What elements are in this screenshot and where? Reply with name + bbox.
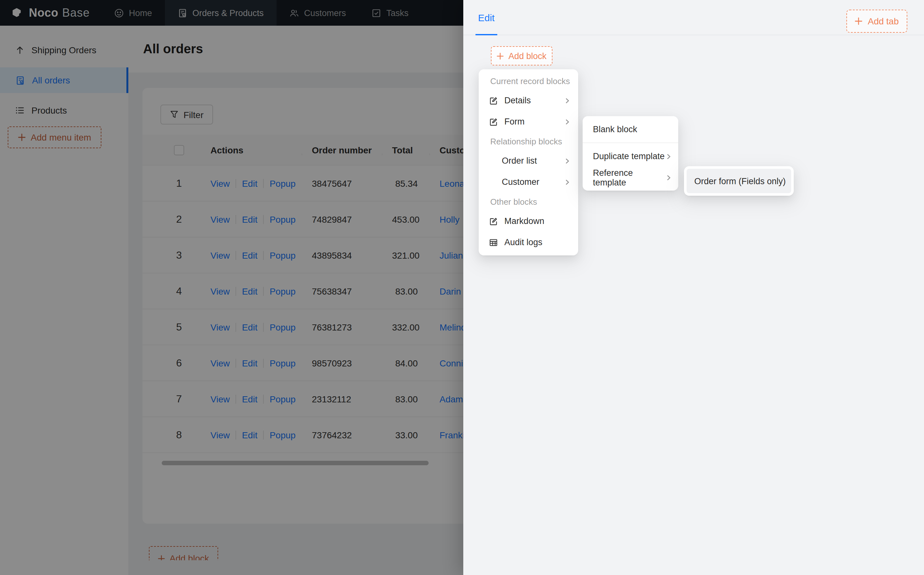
menu-group-other: Other blocks [479,192,578,211]
add-block-label: Add block [508,51,547,60]
add-block-menu: Current record blocks Details [479,69,578,256]
menu-item-audit-logs[interactable]: Audit logs [479,232,578,253]
menu-item-details[interactable]: Details [479,90,578,111]
menu-item-label: Form [504,117,564,126]
drawer-tab-bar: Edit Add tab [463,0,924,35]
add-tab-label: Add tab [868,16,899,26]
form-submenu: Blank block Duplicate template Reference… [583,116,678,191]
menu-item-customer[interactable]: Customer [479,172,578,192]
submenu-item-order-form-fields-only[interactable]: Order form (Fields only) [687,169,791,193]
plus-icon [497,52,504,59]
form-icon [489,96,498,105]
submenu-item-label: Reference template [593,168,665,187]
chevron-right-icon [564,179,570,185]
menu-item-label: Order list [502,156,564,165]
menu-group-relationship: Relationship blocks [479,132,578,150]
submenu-item-duplicate-template[interactable]: Duplicate template [583,146,678,167]
table-icon [489,238,498,247]
chevron-right-icon [564,97,570,104]
chevron-right-icon [665,174,672,181]
menu-item-label: Markdown [504,216,570,226]
form-icon [489,117,498,126]
menu-divider [583,143,678,143]
menu-item-markdown[interactable]: Markdown [479,211,578,232]
menu-group-current-record: Current record blocks [479,72,578,90]
tab-edit[interactable]: Edit [478,0,495,35]
menu-item-order-list[interactable]: Order list [479,150,578,172]
menu-item-label: Audit logs [504,237,570,247]
chevron-right-icon [564,157,570,164]
menu-item-label: Details [504,95,564,105]
form-icon [489,217,498,226]
submenu-item-label: Blank block [593,124,672,134]
menu-item-form[interactable]: Form [479,111,578,132]
menu-item-label: Customer [502,177,564,187]
reference-template-submenu: Order form (Fields only) [684,166,794,196]
plus-icon [855,17,863,25]
submenu-item-reference-template[interactable]: Reference template [583,167,678,188]
chevron-right-icon [665,153,672,159]
submenu-item-label: Duplicate template [593,151,665,161]
add-tab-button[interactable]: Add tab [846,10,907,33]
submenu-item-blank-block[interactable]: Blank block [583,119,678,140]
chevron-right-icon [564,118,570,125]
edit-drawer: Edit Add tab Add block Current record bl… [463,0,924,575]
app-root: NocoBase Home Orders [0,0,924,575]
add-block-button[interactable]: Add block [491,46,552,65]
